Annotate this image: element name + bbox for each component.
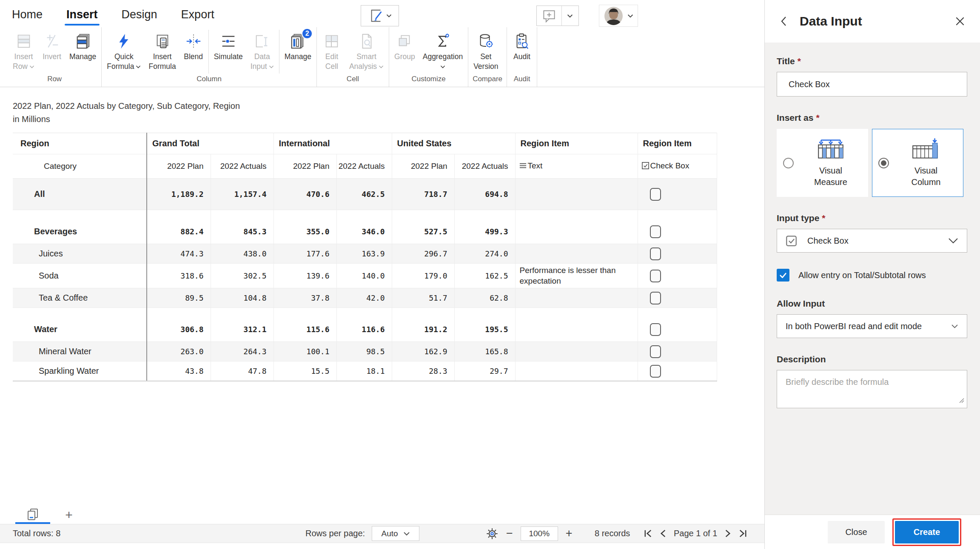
value-cell[interactable]: 355.0 [273,210,336,244]
row-checkbox-unchecked-icon[interactable] [650,247,661,260]
row-checkbox-unchecked-icon[interactable] [650,365,661,378]
row-label[interactable]: Soda [13,264,147,288]
value-cell[interactable]: 195.5 [454,308,515,342]
value-cell[interactable]: 165.8 [454,342,515,361]
last-page-icon[interactable] [738,529,748,538]
ribbon-button-group[interactable]: Group [390,30,419,71]
value-cell[interactable]: 179.0 [392,264,454,288]
ribbon-button-quick-formula[interactable]: QuickFormula [103,30,145,71]
row-checkbox-unchecked-icon[interactable] [650,188,661,201]
rows-per-page-select[interactable]: Auto [372,526,419,541]
sub-header-2022-actuals[interactable]: 2022 Actuals [336,154,392,179]
value-cell[interactable]: 346.0 [336,210,392,244]
row-checkbox-unchecked-icon[interactable] [650,270,661,282]
value-cell[interactable]: 718.7 [392,179,454,210]
visual-column-option[interactable]: VisualColumn [872,129,963,197]
edit-mode-button[interactable] [361,5,399,26]
value-cell[interactable]: 163.9 [336,244,392,264]
tab-insert[interactable]: Insert [66,8,99,27]
value-cell[interactable]: 28.3 [392,361,454,381]
ribbon-button-set-version[interactable]: SetVersion [470,30,502,71]
column-group-header-grand-total[interactable]: Grand Total [147,133,273,154]
text-cell[interactable]: Performance is lesser than expectation [515,264,638,288]
value-cell[interactable]: 116.6 [336,308,392,342]
value-cell[interactable]: 47.8 [211,361,273,381]
value-cell[interactable]: 15.5 [273,361,336,381]
value-cell[interactable]: 499.3 [454,210,515,244]
text-cell[interactable] [515,244,638,264]
row-label[interactable]: All [13,179,147,210]
value-cell[interactable]: 296.7 [392,244,454,264]
value-cell[interactable]: 89.5 [147,288,211,308]
sub-header-check-box[interactable]: Check Box [638,154,717,179]
column-group-header-united-states[interactable]: United States [392,133,515,154]
ribbon-button-simulate[interactable]: Simulate [210,30,247,71]
value-cell[interactable]: 98.5 [336,342,392,361]
sub-header-2022-plan[interactable]: 2022 Plan [392,154,454,179]
row-label[interactable]: Mineral Water [13,342,147,361]
ribbon-button-edit-cell[interactable]: EditCell [318,30,345,71]
value-cell[interactable]: 18.1 [336,361,392,381]
ribbon-button-manage[interactable]: Manage [66,30,100,71]
value-cell[interactable]: 263.0 [147,342,211,361]
resize-grip-icon[interactable] [958,396,965,406]
input-type-select[interactable]: Check Box [777,229,967,253]
tab-export[interactable]: Export [180,8,215,27]
zoom-out-button[interactable]: − [506,528,513,539]
row-label[interactable]: Sparkling Water [13,361,147,381]
zoom-level[interactable]: 100% [521,526,558,541]
value-cell[interactable]: 527.5 [392,210,454,244]
value-cell[interactable]: 474.3 [147,244,211,264]
value-cell[interactable]: 29.7 [454,361,515,381]
next-page-icon[interactable] [723,529,732,538]
value-cell[interactable]: 318.6 [147,264,211,288]
back-chevron-icon[interactable] [779,15,788,27]
row-label[interactable]: Tea & Coffee [13,288,147,308]
value-cell[interactable]: 162.5 [454,264,515,288]
checkbox-checked-icon[interactable] [777,269,789,282]
visual-measure-option[interactable]: VisualMeasure [777,129,868,197]
description-textarea[interactable]: Briefly describe the formula [777,370,967,408]
value-cell[interactable]: 139.6 [273,264,336,288]
sub-header-2022-actuals[interactable]: 2022 Actuals [454,154,515,179]
row-checkbox-unchecked-icon[interactable] [650,292,661,304]
row-checkbox-unchecked-icon[interactable] [650,323,661,336]
sub-header-category[interactable]: Category [13,154,147,179]
tab-home[interactable]: Home [11,8,43,27]
create-button[interactable]: Create [895,521,959,543]
value-cell[interactable]: 882.4 [147,210,211,244]
ribbon-button-data-input[interactable]: DataInput [247,30,278,71]
value-cell[interactable]: 162.9 [392,342,454,361]
add-comment-button[interactable] [536,6,579,26]
sub-header-2022-actuals[interactable]: 2022 Actuals [211,154,273,179]
row-label[interactable]: Beverages [13,210,147,244]
value-cell[interactable]: 191.2 [392,308,454,342]
value-cell[interactable]: 264.3 [211,342,273,361]
value-cell[interactable]: 104.8 [211,288,273,308]
radio-checked-icon[interactable] [878,158,889,168]
ribbon-button-smart-analysis[interactable]: SmartAnalysis [345,30,387,71]
ribbon-button-invert[interactable]: Invert [38,30,66,71]
previous-page-icon[interactable] [658,529,668,538]
value-cell[interactable]: 140.0 [336,264,392,288]
column-group-header-region-item[interactable]: Region Item [638,133,717,154]
value-cell[interactable]: 462.5 [336,179,392,210]
column-group-header-region-item[interactable]: Region Item [515,133,638,154]
row-label[interactable]: Water [13,308,147,342]
allow-input-select[interactable]: In both PowerBI read and edit mode [777,314,967,338]
value-cell[interactable]: 62.8 [454,288,515,308]
tab-design[interactable]: Design [121,8,158,27]
ribbon-button-insert-formula[interactable]: InsertFormula [145,30,179,71]
add-comment-icon[interactable] [537,6,562,26]
first-page-icon[interactable] [643,529,653,538]
value-cell[interactable]: 845.3 [211,210,273,244]
sub-header-2022-plan[interactable]: 2022 Plan [147,154,211,179]
sub-header-2022-plan[interactable]: 2022 Plan [273,154,336,179]
text-cell[interactable] [515,210,638,244]
close-button[interactable]: Close [828,521,885,543]
value-cell[interactable]: 312.1 [211,308,273,342]
value-cell[interactable]: 42.0 [336,288,392,308]
value-cell[interactable]: 37.8 [273,288,336,308]
row-checkbox-unchecked-icon[interactable] [650,225,661,238]
ribbon-button-manage[interactable]: 2Manage [281,30,315,71]
